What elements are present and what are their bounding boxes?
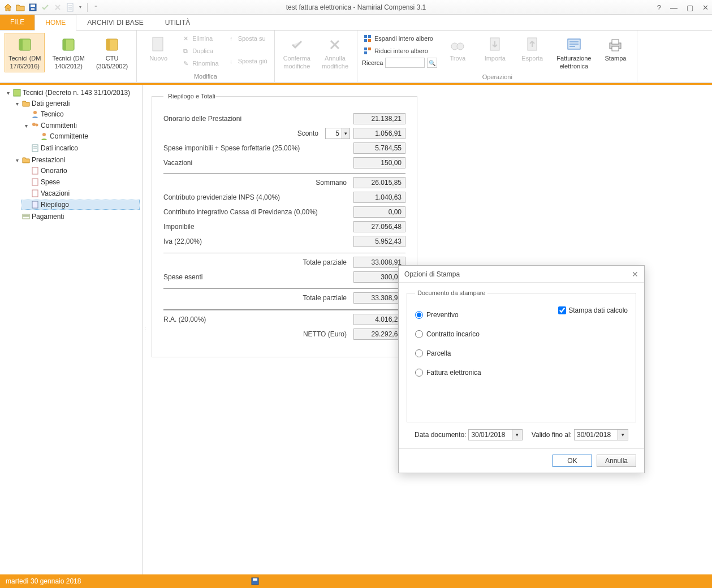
expand-tree-icon [363, 34, 372, 43]
tecnici-dm-2012-button[interactable]: Tecnici (DM 140/2012) [48, 33, 88, 72]
ok-button[interactable]: OK [553, 455, 592, 467]
chevron-down-icon[interactable]: ▾ [512, 429, 523, 440]
tecnici-dm-2016-button[interactable]: Tecnici (DM 17/6/2016) [5, 33, 45, 72]
tree-dati-generali[interactable]: ▾Dati generali [12, 98, 140, 109]
maximize-icon[interactable]: ▢ [687, 3, 693, 12]
ctu-button[interactable]: CTU (30/5/2002) [92, 33, 132, 72]
sheet-icon [31, 178, 40, 187]
elimina-button: ✕Elimina [179, 33, 221, 44]
fieldset-legend: Riepilogo e Totali [166, 93, 218, 100]
onorario-value: 21.138,21 [353, 113, 405, 124]
summary-icon [31, 200, 40, 209]
radio-contratto[interactable]: Contratto incarico [415, 330, 480, 338]
form-icon [31, 144, 40, 153]
search-go-icon[interactable]: 🔍 [427, 58, 437, 68]
tree-vacazioni[interactable]: Vacazioni [21, 188, 140, 198]
close-icon[interactable]: ✕ [702, 3, 709, 12]
onorario-label: Onorario delle Prestazioni [163, 115, 350, 123]
fatturazione-elettronica-button[interactable]: Fatturazione elettronica [553, 33, 595, 72]
qat-overflow-icon[interactable]: ⁼ [94, 4, 97, 10]
svg-rect-41 [32, 167, 38, 174]
totale-parziale-1-label: Totale parziale [163, 258, 350, 266]
tree-onorario[interactable]: Onorario [21, 166, 140, 176]
printer-icon [606, 36, 624, 54]
tree-spese[interactable]: Spese [21, 177, 140, 187]
cassa-label: Contributo integrativo Cassa di Previden… [163, 208, 350, 216]
riduci-albero-button[interactable]: Riduci intero albero [362, 45, 437, 57]
sconto-stepper[interactable]: 5 ▾ [325, 128, 350, 139]
valido-fino-field[interactable]: 30/01/2018 [574, 429, 618, 440]
svg-rect-11 [63, 39, 66, 50]
ricerca-label: Ricerca [362, 59, 383, 66]
duplica-button: ⧉Duplica [179, 45, 221, 57]
tab-archivi[interactable]: ARCHIVI DI BASE [76, 14, 154, 30]
spese-label: Spese imponibili + Spese forfettarie (25… [163, 144, 350, 152]
folder-icon [21, 99, 31, 108]
tree-riepilogo[interactable]: Riepilogo [21, 200, 140, 210]
sconto-value: 1.056,91 [353, 128, 405, 139]
save-icon[interactable] [251, 577, 260, 586]
annulla-button[interactable]: Annulla [597, 455, 636, 467]
stampa-dati-calcolo-checkbox[interactable] [558, 306, 566, 314]
print-options-dialog: Opzioni di Stampa ✕ Documento da stampar… [398, 265, 645, 473]
svg-rect-2 [31, 5, 35, 7]
rinomina-button: ✎Rinomina [179, 58, 221, 69]
svg-rect-48 [253, 578, 257, 581]
svg-point-37 [42, 133, 46, 136]
btn-label: CTU [106, 55, 119, 62]
splitter-grip-icon[interactable]: ⋮ [143, 328, 148, 331]
iva-value: 5.952,43 [353, 236, 405, 247]
fieldset-legend: Documento da stampare [415, 289, 487, 296]
delete-icon: ✕ [181, 34, 190, 43]
data-documento-field[interactable]: 30/01/2018 [468, 429, 512, 440]
data-documento-label: Data documento: [415, 431, 466, 439]
radio-parcella[interactable]: Parcella [415, 349, 451, 357]
tab-utilita[interactable]: UTILITÀ [154, 14, 201, 30]
sommano-value: 26.015,85 [353, 177, 405, 188]
close-icon[interactable]: ✕ [632, 270, 638, 279]
tree-dati-incarico[interactable]: Dati incarico [21, 143, 140, 153]
booklet-icon [12, 88, 21, 97]
annulla-modifiche-button: Annulla modifiche [318, 33, 352, 72]
tab-file[interactable]: FILE [0, 14, 34, 30]
iva-label: Iva (22,00%) [163, 237, 350, 245]
home-icon[interactable] [3, 3, 12, 12]
open-folder-icon[interactable] [16, 3, 25, 12]
project-tree[interactable]: ▾Tecnici (Decreto n. 143 31/10/2013) ▾Da… [2, 87, 140, 223]
svg-point-36 [36, 124, 38, 127]
chevron-down-icon[interactable]: ▾ [342, 128, 349, 139]
tab-home[interactable]: HOME [34, 15, 76, 31]
x-icon [326, 36, 344, 54]
people-icon [31, 121, 40, 130]
binoculars-icon [448, 36, 467, 54]
document-icon[interactable] [66, 3, 75, 12]
tree-prestazioni[interactable]: ▾Prestazioni [12, 155, 140, 165]
espandi-albero-button[interactable]: Espandi intero albero [362, 33, 437, 44]
tree-tecnico[interactable]: Tecnico [21, 109, 140, 119]
minimize-icon[interactable]: — [670, 3, 678, 12]
confirm-icon[interactable] [41, 3, 50, 12]
cancel-icon[interactable] [53, 3, 62, 12]
chevron-down-icon[interactable]: ▾ [618, 429, 628, 440]
booklet-icon [16, 36, 34, 54]
svg-rect-44 [32, 201, 38, 208]
save-icon[interactable] [28, 3, 37, 12]
btn-label: Tecnici (DM [8, 55, 41, 62]
spese-esenti-label: Spese esenti [163, 273, 350, 281]
stampa-button[interactable]: Stampa [598, 33, 632, 64]
svg-rect-43 [32, 190, 38, 197]
search-input[interactable] [385, 58, 425, 68]
sposta-su-button: ↑Sposta su [225, 33, 270, 44]
help-icon[interactable]: ? [657, 3, 661, 12]
chevron-down-icon[interactable]: ▾ [79, 5, 81, 10]
tree-root[interactable]: ▾Tecnici (Decreto n. 143 31/10/2013) [3, 88, 140, 98]
tree-committenti[interactable]: ▾Committenti [21, 120, 140, 131]
tree-committente[interactable]: Committente [31, 131, 140, 141]
radio-fattura-elettronica[interactable]: Fattura elettronica [415, 369, 481, 377]
inps-label: Contributo previdenziale INPS (4,00%) [163, 193, 350, 201]
nuovo-button: Nuovo [141, 33, 175, 64]
radio-preventivo[interactable]: Preventivo [415, 311, 459, 319]
conferma-modifiche-button: Conferma modifiche [279, 33, 314, 72]
sconto-label: Sconto [163, 129, 322, 137]
tree-pagamenti[interactable]: Pagamenti [12, 211, 140, 222]
